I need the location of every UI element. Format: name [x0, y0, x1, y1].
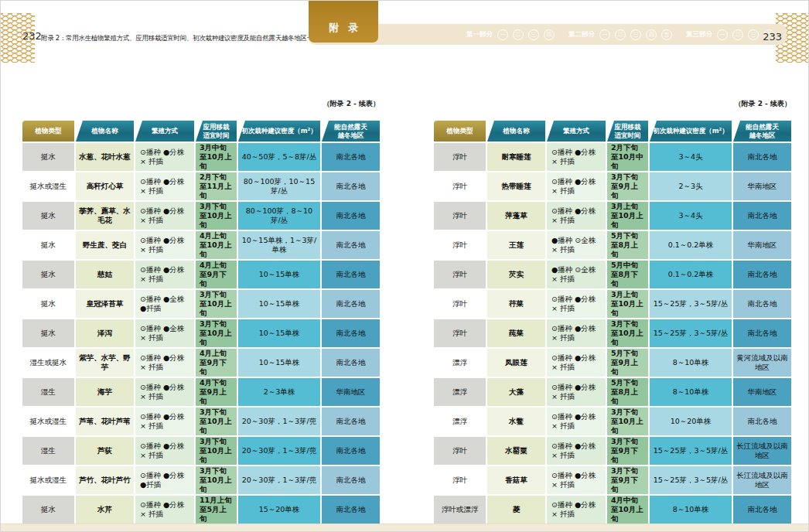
- table-cell: 南北各地: [322, 231, 380, 259]
- nav-item: 一: [599, 29, 610, 40]
- table-cell: 野生蔗、茭白: [76, 231, 134, 259]
- left-plant-table: 植物类型植物名称繁殖方式应用移栽 适宜时间初次栽种建议密度（m²）能自然露天 越…: [22, 121, 380, 523]
- table-cell: 南北各地: [322, 408, 380, 435]
- table-cell: 水芹: [76, 496, 134, 523]
- column-header: 植物类型: [434, 121, 486, 142]
- nav-item: 三: [630, 29, 641, 40]
- table-cell: ⊙播种 ●分株 × 扦插: [547, 496, 606, 523]
- table-cell: 海芋: [76, 378, 134, 406]
- table-cell: 挺水或湿生: [22, 408, 74, 435]
- table-cell: 3月下旬至9月下旬: [607, 437, 648, 465]
- table-cell: 4月上旬至10月上旬: [196, 231, 237, 259]
- table-cell: 浮叶: [434, 261, 486, 288]
- table-cell: 湿生: [22, 437, 74, 465]
- table-cell: 浮叶或漂浮: [434, 496, 486, 523]
- table-cell: ⊙播种 ●分株 × 扦插: [547, 319, 606, 347]
- table-cell: ⊙播种 ●分株 × 扦插: [135, 261, 194, 288]
- table-cell: 浮叶: [434, 172, 486, 200]
- nav-section-label: 第三部分: [686, 30, 712, 39]
- table-cell: 3月下旬至10月上旬: [196, 437, 237, 465]
- table-cell: 湿生或挺水: [22, 349, 74, 377]
- table-cell: 浮叶: [434, 290, 486, 318]
- nav-section-label: 第二部分: [568, 30, 595, 39]
- table-cell: ⊙播种 ●分株 × 扦插: [135, 143, 194, 171]
- column-header: 能自然露天 越冬地区: [322, 121, 380, 142]
- table-cell: 大藻: [487, 378, 545, 406]
- table-cell: 5月中旬至8月下旬: [607, 261, 648, 288]
- table-cell: ●播种 ⊙全株 × 扦插: [547, 231, 606, 259]
- table-cell: ⊙播种 ●分株 × 扦插: [547, 437, 606, 465]
- table-cell: 3～4头: [650, 202, 732, 230]
- table-cell: 南北各地: [322, 143, 380, 171]
- table-cell: 挺水: [22, 319, 74, 347]
- table-cell: 华南地区: [322, 378, 380, 406]
- nav-item: 四: [544, 29, 555, 40]
- table-cell: 8～10单株: [650, 378, 732, 406]
- table-cell: 3月下旬至10月上旬: [196, 319, 237, 347]
- table-cell: 3月下旬至10月上旬: [607, 408, 648, 435]
- table-cell: 南北各地: [322, 349, 380, 377]
- table-cell: 11月上旬至5月上旬: [196, 496, 237, 523]
- table-cell: 3月下旬至10月上旬: [607, 319, 648, 347]
- table-cell: 5月下旬至8月上旬: [607, 231, 648, 259]
- nav-item: 三: [748, 29, 759, 40]
- table-cell: ⊙播种 ●分株 × 扦插: [135, 202, 194, 230]
- nav-item: 一: [497, 29, 508, 40]
- table-cell: 凤眼莲: [487, 349, 545, 377]
- table-cell: 华南地区: [733, 231, 791, 259]
- nav-item: 三: [528, 29, 539, 40]
- table-cell: ⊙播种 ●分株 × 扦插: [547, 290, 606, 318]
- table-cell: 挺水: [22, 231, 74, 259]
- table-cell: 3～4头: [650, 143, 732, 171]
- table-cell: 荸荠、藨草、水毛花: [76, 202, 134, 230]
- table-cell: ⊙播种 ●分株 × 扦插: [547, 202, 606, 230]
- table-cell: 泽泻: [76, 319, 134, 347]
- table-cell: 20～30芽，1～3芽/蔸: [238, 408, 320, 435]
- column-header: 植物类型: [22, 121, 74, 142]
- table-cell: ⊙播种 ●分株 × 扦插: [135, 378, 194, 406]
- table-cell: 10～15单株: [238, 319, 320, 347]
- table-cell: 南北各地: [733, 143, 791, 171]
- table-cell: 浮叶: [434, 202, 486, 230]
- column-header: 应用移栽 适宜时间: [607, 121, 648, 142]
- table-cell: 3月下旬至9月上旬: [607, 172, 648, 200]
- table-cell: ⊙播种 ●分株 × 扦插: [135, 231, 194, 259]
- table-cell: 慈姑: [76, 261, 134, 288]
- table-cell: ⊙播种 ●分株 × 扦插: [135, 408, 194, 435]
- table-cell: ⊙播种 ●分株 × 扦插: [135, 496, 194, 523]
- table-cell: 4月上旬至9月下旬: [196, 261, 237, 288]
- continuation-note-right: （附录 2 - 续表）: [434, 99, 791, 109]
- table-cell: 高秆灯心草: [76, 172, 134, 200]
- table-cell: 4月下旬至9月上旬: [196, 378, 237, 406]
- book-spread-page: 232 附录 2：常用水生植物繁殖方式、应用移栽适宜时间、初次栽种建议密度及能自…: [0, 0, 809, 532]
- table-cell: ⊙播种 ●分株 × 扦插: [547, 408, 606, 435]
- table-cell: 南北各地: [733, 261, 791, 288]
- table-cell: 10～15单株: [238, 261, 320, 288]
- nav-item: 一: [717, 29, 728, 40]
- table-cell: 香菇草: [487, 466, 545, 494]
- table-cell: 芦荻: [76, 437, 134, 465]
- appendix-tab: 附 录: [309, 1, 378, 43]
- table-cell: 华南地区: [733, 378, 791, 406]
- nav-item: 二: [732, 29, 743, 40]
- table-cell: 长江流域及以南地区: [733, 466, 791, 494]
- nav-item: 二: [513, 29, 524, 40]
- table-cell: 2月下旬至10月中旬: [607, 143, 648, 171]
- table-cell: 荇菜: [487, 290, 545, 318]
- table-cell: 40～50芽，5～8芽/丛: [238, 143, 320, 171]
- table-cell: 浮叶: [434, 143, 486, 171]
- page-number-left: 232: [22, 30, 42, 42]
- table-cell: 挺水: [22, 202, 74, 230]
- table-cell: 8～10单株: [650, 496, 732, 523]
- table-cell: 南北各地: [322, 202, 380, 230]
- table-cell: 15～25芽，3～5芽/丛: [650, 319, 732, 347]
- table-cell: 莼菜: [487, 319, 545, 347]
- right-plant-table: 植物类型植物名称繁殖方式应用移栽 适宜时间初次栽种建议密度（m²）能自然露天 越…: [434, 121, 791, 523]
- table-cell: 热带睡莲: [487, 172, 545, 200]
- table-cell: 挺水或湿生: [22, 466, 74, 494]
- table-cell: 挺水: [22, 143, 74, 171]
- table-cell: 水罂粟: [487, 437, 545, 465]
- table-cell: ⊙播种 ●分株 × 扦插: [135, 349, 194, 377]
- table-cell: 菱: [487, 496, 545, 523]
- table-cell: 王莲: [487, 231, 545, 259]
